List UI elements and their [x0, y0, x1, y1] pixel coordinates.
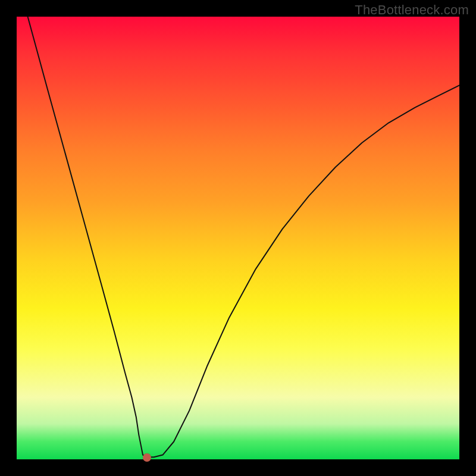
curve-svg	[17, 17, 459, 459]
bottleneck-curve	[28, 17, 459, 457]
chart-plot-area	[17, 17, 459, 459]
watermark-text: TheBottleneck.com	[355, 2, 469, 18]
minimum-marker-dot	[143, 453, 151, 462]
